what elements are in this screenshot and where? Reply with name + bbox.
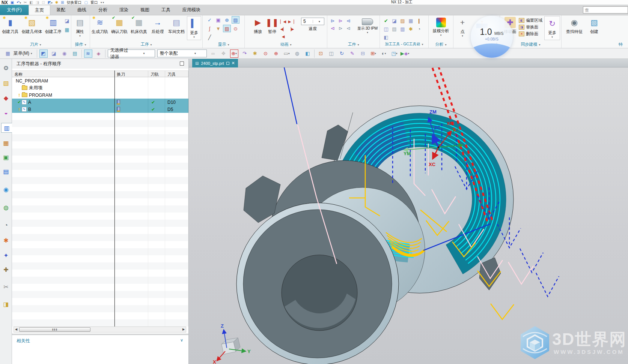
table-row-empty[interactable]	[12, 291, 188, 298]
paste-icon[interactable]: ◨	[36, 0, 39, 5]
delete-face-button[interactable]: ✕删除面	[519, 31, 543, 37]
part-tab[interactable]: ▤ 2400_stp.prt ✕	[192, 59, 238, 67]
history-icon[interactable]: ◔	[1, 220, 11, 230]
scroll-right-icon[interactable]: ▶	[182, 328, 185, 331]
properties-button[interactable]: 属性 ▾	[71, 16, 89, 37]
stamp-icon[interactable]: ◩▾	[48, 0, 53, 5]
group-label-operations[interactable]: 操作▾	[71, 42, 90, 48]
column-header-tool[interactable]: 刀具	[165, 71, 188, 77]
menu-file-button[interactable]: 文件(F)	[0, 5, 29, 15]
step-forward-icon[interactable]: ▕▶	[287, 25, 295, 33]
machine-tool-builder-icon[interactable]: ▣	[1, 152, 11, 162]
constraint-navigator-icon[interactable]: ◆	[1, 93, 11, 103]
3d-scene[interactable]: ZM ZC XM XC YM YC Z Y X	[189, 67, 628, 364]
table-row-empty[interactable]	[12, 220, 188, 227]
table-row-empty[interactable]	[12, 305, 188, 312]
group-label-animation[interactable]: 动画▾	[245, 42, 327, 48]
sphere-icon[interactable]: ◍	[293, 49, 301, 58]
menu-tab-6[interactable]: 工具	[155, 5, 176, 15]
web-browser-icon[interactable]: ◍	[1, 202, 11, 212]
point-constructor-icon[interactable]: ✱	[251, 49, 259, 58]
create-program-icon[interactable]	[63, 17, 71, 24]
menu-tab-1[interactable]: 装配	[50, 5, 71, 15]
copy-icon[interactable]: ◧	[29, 0, 33, 5]
quadrant-point-icon[interactable]: ⊕	[272, 49, 280, 58]
select-feature-icon[interactable]: ◉	[60, 49, 69, 58]
table-row-empty[interactable]	[12, 284, 188, 291]
table-row-empty[interactable]	[12, 191, 188, 198]
edit-section-icon[interactable]: ✎	[348, 49, 357, 58]
table-row-empty[interactable]	[12, 262, 188, 270]
tools-hammer-icon[interactable]: ✂	[1, 282, 11, 292]
step-to-end-icon[interactable]: ▶▕	[287, 18, 295, 25]
2d-dynamic-icon[interactable]	[223, 25, 231, 32]
group-label-feature-find[interactable]: 特	[562, 42, 628, 48]
template-wand-icon[interactable]: ✦	[1, 250, 11, 260]
table-row-empty[interactable]	[12, 234, 188, 241]
machine-simulation-button[interactable]: 机床仿真	[129, 16, 149, 34]
speed-dropdown-icon[interactable]: ▾	[313, 20, 324, 23]
table-row[interactable]: !✎B✔D5	[12, 106, 188, 113]
column-header-toolchange[interactable]: 换刀	[114, 71, 148, 77]
assembly-navigator-icon[interactable]: ▧	[1, 78, 11, 88]
verify-toolpath-button[interactable]: 确认刀轨	[110, 16, 129, 34]
circle-center-icon[interactable]: ⊙	[262, 49, 270, 58]
group-label-workpiece[interactable]: 工件▾	[327, 42, 380, 48]
snap-gears-icon[interactable]: ∞	[209, 49, 217, 58]
play-button[interactable]: 播放	[251, 16, 265, 34]
show-blank-icon[interactable]	[329, 17, 337, 24]
table-row-empty[interactable]	[12, 156, 188, 163]
dependencies-section[interactable]: 相关性 ∨	[12, 336, 188, 364]
generate-toolpath-button[interactable]: 生成刀轨	[90, 16, 110, 34]
table-row-empty[interactable]	[12, 177, 188, 184]
table-row-empty[interactable]	[12, 277, 188, 284]
simulation-navigator-icon[interactable]: ◒	[1, 108, 11, 118]
cube-icon[interactable]: ◧	[304, 49, 312, 58]
table-row-empty[interactable]	[12, 120, 188, 127]
table-row-empty[interactable]	[12, 319, 188, 327]
rotate-point-icon[interactable]: ↷	[241, 49, 249, 58]
zoom-box-icon[interactable]: ⊡	[317, 49, 325, 58]
gc-flag-icon[interactable]	[415, 17, 423, 24]
draft-analysis-button[interactable]: 拔模分析 ▾	[430, 16, 452, 37]
column-header-name[interactable]: 名称	[12, 71, 114, 77]
highlight-related-icon[interactable]: ◩	[39, 49, 48, 58]
navigator-table-header[interactable]: 名称 换刀 刀轨 刀具	[12, 70, 188, 77]
tab-float-icon[interactable]	[226, 62, 229, 65]
step-to-start-icon[interactable]: ▏◀	[279, 18, 287, 25]
table-row[interactable]: ✔✎A✔D10	[12, 99, 188, 106]
shop-documentation-button[interactable]: 车间文档	[167, 16, 186, 34]
machine-tool-navigator-icon[interactable]: ▦	[1, 138, 11, 148]
select-body-icon[interactable]: ▤	[71, 49, 79, 58]
customize-wand-icon[interactable]: ✚	[1, 265, 11, 274]
selection-rule-icon[interactable]: ◪	[50, 49, 58, 58]
ipw-compare-icon[interactable]	[337, 24, 345, 32]
create-geometry-button[interactable]: 创建几何体	[21, 16, 44, 34]
synchronous-more-button[interactable]: 更多 ▾	[544, 16, 560, 40]
offset-region-button[interactable]: ◧偏置区域	[519, 18, 543, 23]
operation-navigator-icon[interactable]: ▥	[1, 123, 12, 133]
shading-style-icon[interactable]: ◐▾	[380, 49, 388, 58]
internet-info-icon[interactable]: ◉	[1, 184, 11, 194]
locate-tool-icon[interactable]	[223, 16, 231, 24]
table-row-empty[interactable]	[12, 298, 188, 305]
layer-settings-icon[interactable]: ⊟	[359, 49, 367, 58]
window-icon[interactable]: ▢	[84, 0, 87, 5]
view-orientation-icon[interactable]: ◳▾	[390, 49, 399, 58]
replace-face-button[interactable]: ◨替换面	[519, 24, 543, 30]
gc-check-icon[interactable]	[382, 17, 390, 24]
menu-tab-7[interactable]: 应用模块	[176, 5, 206, 15]
table-row[interactable]: !PROGRAM	[12, 91, 188, 99]
blank-toggle-icon[interactable]	[345, 17, 352, 24]
gc-folder-icon[interactable]	[390, 17, 398, 24]
visual-reports-icon[interactable]: ✱	[1, 235, 11, 245]
undo-icon[interactable]: ↶▾	[17, 0, 21, 5]
object-display-icon[interactable]	[214, 16, 222, 24]
table-row-empty[interactable]	[12, 163, 188, 170]
snap-arrows-icon[interactable]: ✥	[220, 49, 228, 58]
create-operation-button[interactable]: 创建工序	[43, 16, 63, 34]
gc-template-icon[interactable]	[399, 17, 407, 24]
settings-gear-icon[interactable]: ⚙	[1, 63, 11, 73]
create-partial-button[interactable]: 创建	[585, 16, 604, 34]
stop-at-intersection-icon[interactable]: ◈	[95, 49, 103, 58]
